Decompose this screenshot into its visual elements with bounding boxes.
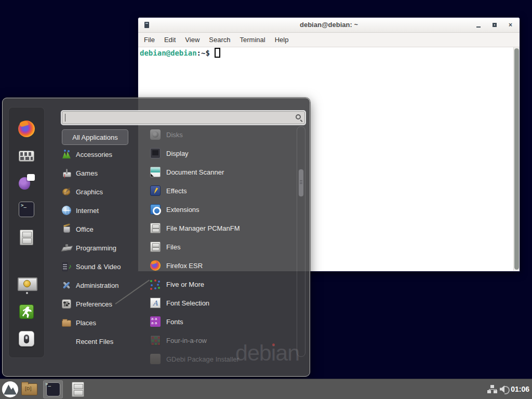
category-internet[interactable]: Internet bbox=[62, 201, 145, 220]
app-label: Five or More bbox=[166, 281, 204, 288]
app-disks[interactable]: Disks bbox=[150, 125, 298, 144]
maximize-button[interactable] bbox=[493, 23, 497, 27]
menu-terminal[interactable]: Terminal bbox=[235, 36, 270, 44]
app-extensions[interactable]: Extensions bbox=[150, 200, 298, 219]
document-scanner-icon bbox=[150, 167, 161, 177]
search-icon bbox=[296, 114, 301, 119]
category-games[interactable]: Games bbox=[62, 164, 145, 182]
all-applications-label: All Applications bbox=[72, 134, 117, 141]
app-files[interactable]: Files bbox=[150, 237, 298, 256]
folder-launcher-icon[interactable] bbox=[21, 383, 37, 395]
log-out-icon[interactable] bbox=[19, 304, 34, 319]
category-label: Office bbox=[76, 225, 94, 233]
taskbar: 01:06 bbox=[0, 379, 532, 399]
app-five-or-more[interactable]: Five or More bbox=[150, 275, 298, 294]
terminal-scrollbar[interactable] bbox=[513, 47, 520, 271]
category-label: Administration bbox=[76, 282, 118, 289]
terminal-menubar: File Edit View Search Terminal Help bbox=[138, 33, 520, 47]
category-label: Sound & Video bbox=[76, 263, 121, 271]
category-graphics[interactable]: Graphics bbox=[62, 182, 145, 201]
app-font-selection[interactable]: Font Selection bbox=[150, 294, 298, 312]
all-applications-button[interactable]: All Applications bbox=[62, 129, 128, 145]
file-manager-icon[interactable] bbox=[20, 230, 33, 245]
prompt-suffix: :~$ bbox=[197, 49, 210, 57]
menu-view[interactable]: View bbox=[180, 36, 204, 44]
menu-scrollbar[interactable] bbox=[297, 126, 305, 357]
clock[interactable]: 01:06 bbox=[511, 379, 529, 399]
search-caret bbox=[65, 114, 65, 122]
app-effects[interactable]: Effects bbox=[150, 181, 298, 200]
minimize-button[interactable] bbox=[476, 26, 481, 28]
category-label: Accessories bbox=[76, 151, 112, 158]
lock-screen-icon[interactable] bbox=[18, 277, 35, 292]
disks-icon bbox=[150, 129, 161, 140]
menu-file[interactable]: File bbox=[139, 36, 159, 44]
app-fonts[interactable]: Fonts bbox=[150, 312, 298, 331]
four-in-a-row-icon bbox=[150, 335, 161, 345]
internet-icon bbox=[62, 206, 71, 215]
app-gdebi-package-installer[interactable]: GDebi Package Installer bbox=[150, 350, 298, 368]
app-file-manager-pcmanfm[interactable]: File Manager PCManFM bbox=[150, 219, 298, 237]
desktop[interactable]: debian@debian: ~ × File Edit View Search… bbox=[0, 0, 532, 399]
network-icon[interactable] bbox=[487, 385, 497, 394]
gdebi-icon bbox=[150, 354, 161, 364]
category-label: Programming bbox=[76, 244, 116, 252]
firefox-icon[interactable] bbox=[18, 121, 35, 137]
application-menu: All Applications Accessories Games Graph… bbox=[2, 98, 310, 377]
app-firefox-esr[interactable]: Firefox ESR bbox=[150, 256, 298, 275]
terminal-icon[interactable] bbox=[19, 202, 34, 217]
app-label: Four-in-a-row bbox=[166, 337, 207, 344]
menu-button[interactable] bbox=[2, 381, 18, 397]
shell-prompt: debian@debian:~$ bbox=[138, 47, 520, 58]
category-preferences[interactable]: Preferences bbox=[62, 295, 145, 313]
extensions-icon bbox=[150, 204, 161, 215]
menu-help[interactable]: Help bbox=[270, 36, 294, 44]
app-label: Files bbox=[166, 243, 180, 251]
category-office[interactable]: Office bbox=[62, 220, 145, 238]
app-label: File Manager PCManFM bbox=[166, 224, 240, 232]
app-label: Font Selection bbox=[166, 299, 209, 307]
terminal-icon bbox=[46, 382, 60, 396]
app-document-scanner[interactable]: Document Scanner bbox=[150, 163, 298, 181]
office-icon bbox=[62, 224, 71, 234]
menu-search[interactable]: Search bbox=[204, 36, 235, 44]
app-label: Extensions bbox=[166, 206, 200, 214]
accessories-icon bbox=[62, 150, 71, 159]
fonts-icon bbox=[150, 316, 161, 327]
app-four-in-a-row[interactable]: Four-in-a-row bbox=[150, 331, 298, 350]
pidgin-icon[interactable] bbox=[18, 174, 35, 190]
category-programming[interactable]: Programming bbox=[62, 238, 145, 257]
favorites-sidebar bbox=[8, 107, 45, 358]
shut-down-icon[interactable] bbox=[19, 331, 34, 347]
close-button[interactable]: × bbox=[509, 22, 512, 28]
graphics-icon bbox=[62, 187, 71, 196]
category-sound-video[interactable]: Sound & Video bbox=[62, 257, 145, 276]
category-label: Recent Files bbox=[76, 338, 113, 345]
app-display[interactable]: Display bbox=[150, 144, 298, 163]
menu-edit[interactable]: Edit bbox=[159, 36, 180, 44]
category-label: Preferences bbox=[76, 300, 112, 308]
display-icon bbox=[150, 148, 161, 158]
category-label: Places bbox=[76, 319, 96, 327]
category-recent-files[interactable]: Recent Files bbox=[62, 332, 145, 351]
keyboard-icon[interactable] bbox=[19, 151, 34, 162]
category-accessories[interactable]: Accessories bbox=[62, 145, 145, 164]
terminal-window-button[interactable] bbox=[43, 380, 63, 398]
terminal-scrollbar-thumb[interactable] bbox=[514, 48, 519, 270]
category-label: Games bbox=[76, 169, 98, 177]
games-icon bbox=[62, 168, 71, 178]
category-places[interactable]: Places bbox=[62, 313, 145, 332]
administration-icon bbox=[62, 281, 71, 290]
firefox-icon bbox=[150, 260, 161, 271]
app-label: GDebi Package Installer bbox=[166, 355, 239, 363]
file-manager-launcher-icon[interactable] bbox=[72, 382, 84, 397]
sound-video-icon bbox=[62, 262, 71, 271]
effects-icon bbox=[150, 185, 161, 196]
terminal-titlebar[interactable]: debian@debian: ~ × bbox=[138, 18, 520, 33]
menu-scrollbar-thumb[interactable] bbox=[298, 169, 304, 197]
files-icon bbox=[150, 242, 161, 252]
app-label: Effects bbox=[166, 187, 187, 195]
search-input[interactable] bbox=[62, 111, 305, 124]
category-label: Graphics bbox=[76, 188, 103, 196]
volume-icon[interactable] bbox=[500, 385, 509, 393]
